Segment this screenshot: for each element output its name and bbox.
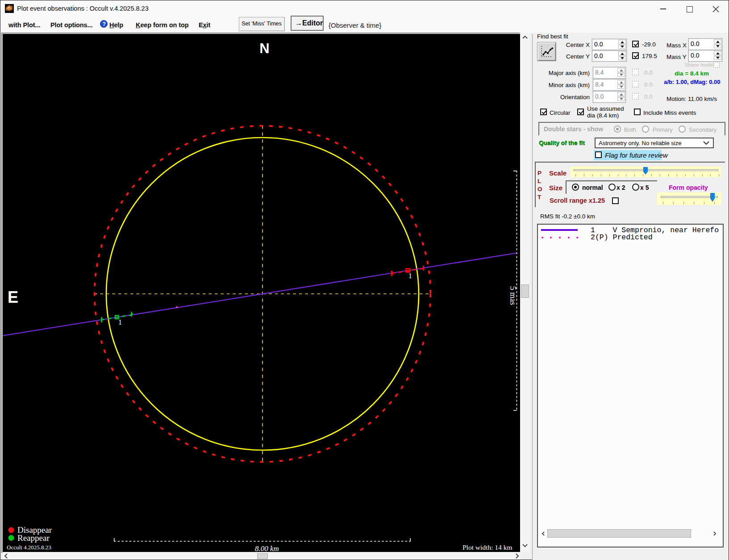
svg-text:8.00 km: 8.00 km [255,544,279,552]
svg-text:N: N [259,41,269,56]
svg-text:Plot width: 14 km: Plot width: 14 km [462,543,512,551]
svg-text:Occult 4.2025.8.23: Occult 4.2025.8.23 [7,544,51,551]
svg-text:E: E [8,288,18,306]
svg-text:5 mas: 5 mas [508,286,517,305]
svg-text:1: 1 [118,318,122,326]
svg-text:Reappear: Reappear [17,533,50,543]
svg-text:1: 1 [408,272,412,280]
